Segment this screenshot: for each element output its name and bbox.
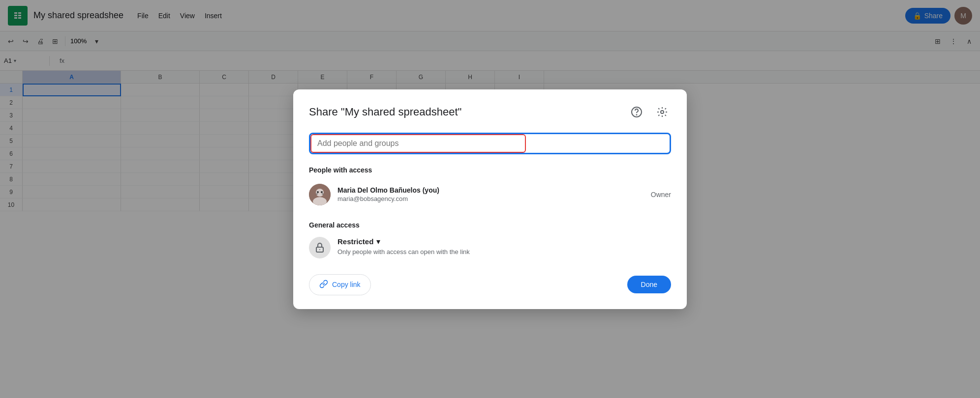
access-label: Restricted — [337, 237, 373, 246]
access-description: Only people with access can open with th… — [337, 248, 671, 256]
add-people-input[interactable] — [317, 139, 663, 148]
copy-link-label: Copy link — [332, 281, 361, 288]
access-info: Restricted ▾ Only people with access can… — [337, 237, 671, 256]
access-label-row: Restricted ▾ — [337, 237, 671, 246]
person-role: Owner — [651, 191, 671, 199]
svg-point-14 — [321, 191, 323, 193]
share-dialog: Share "My shared spreadsheet" — [293, 89, 687, 309]
people-section-title: People with access — [309, 166, 671, 174]
lock-icon — [309, 237, 331, 258]
svg-rect-15 — [316, 194, 318, 195]
person-avatar — [309, 184, 331, 205]
people-with-access: People with access Maria Del Olm — [309, 166, 671, 209]
copy-link-button[interactable]: Copy link — [309, 274, 371, 295]
person-row: Maria Del Olmo Bañuelos (you) maria@bobs… — [309, 180, 671, 209]
dialog-footer: Copy link Done — [309, 274, 671, 295]
svg-rect-16 — [322, 194, 324, 195]
chevron-down-icon[interactable]: ▾ — [376, 237, 380, 246]
help-button[interactable] — [628, 103, 645, 121]
link-icon — [319, 280, 328, 290]
settings-button[interactable] — [653, 103, 671, 121]
svg-point-18 — [319, 249, 320, 250]
svg-point-8 — [637, 114, 637, 115]
dialog-header: Share "My shared spreadsheet" — [309, 103, 671, 121]
access-row: Restricted ▾ Only people with access can… — [309, 235, 671, 260]
people-input-container[interactable] — [309, 133, 671, 154]
person-email: maria@bobsagency.com — [337, 195, 644, 202]
general-access: General access Restricted ▾ Only people … — [309, 221, 671, 260]
done-button[interactable]: Done — [627, 276, 671, 293]
access-section-title: General access — [309, 221, 671, 229]
svg-point-9 — [661, 111, 664, 114]
person-name: Maria Del Olmo Bañuelos (you) — [337, 186, 644, 194]
dialog-title: Share "My shared spreadsheet" — [309, 106, 461, 118]
dialog-overlay: Share "My shared spreadsheet" — [0, 0, 980, 398]
dialog-header-icons — [628, 103, 671, 121]
person-info: Maria Del Olmo Bañuelos (you) maria@bobs… — [337, 186, 644, 202]
svg-point-13 — [317, 191, 319, 193]
